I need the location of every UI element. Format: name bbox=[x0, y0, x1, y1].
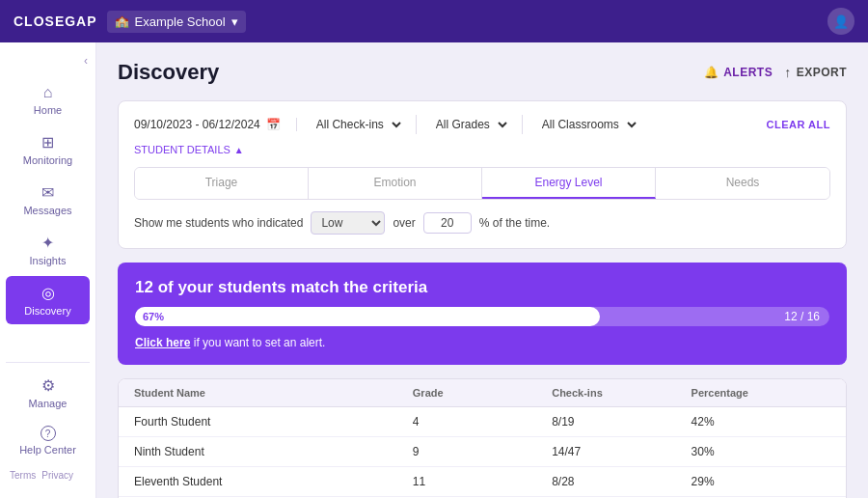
cell-percentage: 29% bbox=[692, 475, 830, 488]
cell-checkins: 14/47 bbox=[552, 445, 691, 458]
filter-divider-2 bbox=[522, 115, 523, 134]
export-button[interactable]: ↑ EXPORT bbox=[784, 65, 847, 80]
table-header: Student Name Grade Check-ins Percentage bbox=[119, 379, 846, 407]
criteria-percent-input[interactable] bbox=[423, 212, 472, 234]
checkin-type-filter[interactable]: All Check-ins bbox=[309, 117, 404, 132]
criteria-row: Show me students who indicated Low Mediu… bbox=[134, 211, 830, 235]
sidebar-item-label: Discovery bbox=[24, 305, 70, 317]
collapse-button[interactable]: ‹ bbox=[84, 54, 88, 68]
col-header-checkins: Check-ins bbox=[552, 387, 691, 399]
date-filter: 09/10/2023 - 06/12/2024 📅 bbox=[134, 118, 297, 131]
cell-grade: 4 bbox=[413, 415, 552, 429]
school-selector[interactable]: 🏫 Example School ▾ bbox=[107, 11, 246, 33]
sidebar-item-help[interactable]: ? Help Center bbox=[6, 418, 90, 463]
classroom-select[interactable]: All Classrooms bbox=[534, 117, 639, 132]
classroom-filter[interactable]: All Classrooms bbox=[534, 117, 639, 132]
sidebar-bottom: ⚙ Manage ? Help Center Terms Privacy bbox=[0, 356, 95, 498]
sidebar: ‹ ⌂ Home ⊞ Monitoring ✉ Messages ✦ Insig… bbox=[0, 42, 96, 498]
app-logo: CLOSEGAP bbox=[14, 14, 97, 29]
page-header: Discovery 🔔 ALERTS ↑ EXPORT bbox=[118, 60, 847, 85]
chevron-down-icon: ▾ bbox=[231, 14, 238, 29]
cell-grade: 11 bbox=[413, 475, 552, 488]
progress-bar-container: 67% 12 / 16 bbox=[135, 307, 829, 326]
sidebar-item-monitoring[interactable]: ⊞ Monitoring bbox=[6, 125, 90, 174]
tab-triage[interactable]: Triage bbox=[135, 168, 309, 199]
category-tabs: Triage Emotion Energy Level Needs bbox=[134, 167, 830, 200]
col-header-name: Student Name bbox=[134, 387, 413, 399]
app-body: ‹ ⌂ Home ⊞ Monitoring ✉ Messages ✦ Insig… bbox=[0, 42, 868, 498]
sidebar-item-label: Monitoring bbox=[23, 154, 72, 166]
sidebar-item-label: Help Center bbox=[19, 444, 76, 456]
filter-row: 09/10/2023 - 06/12/2024 📅 All Check-ins … bbox=[134, 115, 830, 134]
cell-grade: 9 bbox=[413, 445, 552, 458]
student-details-toggle[interactable]: STUDENT DETAILS ▲ bbox=[134, 144, 830, 155]
grade-filter[interactable]: All Grades bbox=[428, 117, 510, 132]
date-range-value: 09/10/2023 - 06/12/2024 bbox=[134, 118, 260, 131]
grade-select[interactable]: All Grades bbox=[428, 117, 510, 132]
criteria-over-label: over bbox=[393, 216, 415, 230]
criteria-suffix: % of the time. bbox=[479, 216, 550, 230]
results-table: Student Name Grade Check-ins Percentage … bbox=[118, 378, 847, 498]
top-nav-left: CLOSEGAP 🏫 Example School ▾ bbox=[14, 11, 246, 33]
cell-percentage: 30% bbox=[692, 445, 830, 458]
sidebar-item-insights[interactable]: ✦ Insights bbox=[6, 226, 90, 274]
table-body: Fourth Student 4 8/19 42% Ninth Student … bbox=[119, 407, 846, 498]
privacy-link[interactable]: Privacy bbox=[41, 470, 73, 481]
alert-link-text: Click here if you want to set an alert. bbox=[135, 336, 829, 349]
results-title: 12 of your students match the criteria bbox=[135, 278, 829, 297]
sidebar-item-label: Manage bbox=[29, 398, 68, 409]
insights-icon: ✦ bbox=[41, 234, 54, 252]
sidebar-collapse: ‹ bbox=[0, 50, 95, 75]
sidebar-item-label: Messages bbox=[23, 205, 71, 216]
progress-ratio: 12 / 16 bbox=[784, 310, 820, 323]
table-row: Ninth Student 9 14/47 30% bbox=[119, 437, 846, 467]
terms-link[interactable]: Terms bbox=[10, 470, 36, 481]
monitoring-icon: ⊞ bbox=[41, 133, 54, 152]
chevron-up-icon: ▲ bbox=[234, 145, 244, 155]
discovery-icon: ◎ bbox=[41, 284, 55, 302]
export-icon: ↑ bbox=[784, 65, 792, 80]
col-header-percentage: Percentage bbox=[692, 387, 830, 399]
help-icon: ? bbox=[41, 426, 56, 441]
main-content: Discovery 🔔 ALERTS ↑ EXPORT 09/10/2023 -… bbox=[96, 42, 868, 498]
sidebar-item-messages[interactable]: ✉ Messages bbox=[6, 176, 90, 224]
header-actions: 🔔 ALERTS ↑ EXPORT bbox=[704, 65, 847, 80]
user-icon: 👤 bbox=[833, 14, 849, 29]
criteria-prefix: Show me students who indicated bbox=[134, 216, 303, 230]
sidebar-item-home[interactable]: ⌂ Home bbox=[6, 76, 90, 124]
cell-name: Eleventh Student bbox=[134, 475, 413, 488]
table-row: Eleventh Student 11 8/28 29% bbox=[119, 467, 846, 497]
tab-needs[interactable]: Needs bbox=[656, 168, 829, 199]
progress-percent-label: 67% bbox=[143, 311, 164, 322]
cell-checkins: 8/28 bbox=[552, 475, 691, 488]
sidebar-item-discovery[interactable]: ◎ Discovery bbox=[6, 276, 90, 324]
sidebar-footer: Terms Privacy bbox=[0, 464, 95, 486]
manage-icon: ⚙ bbox=[41, 376, 55, 395]
cell-percentage: 42% bbox=[692, 415, 830, 429]
alert-suffix: if you want to set an alert. bbox=[190, 336, 325, 349]
clear-all-button[interactable]: CLEAR ALL bbox=[767, 119, 830, 130]
cell-name: Ninth Student bbox=[134, 445, 413, 458]
criteria-level-select[interactable]: Low Medium High bbox=[311, 211, 385, 235]
tab-energy-level[interactable]: Energy Level bbox=[482, 168, 656, 199]
checkin-select[interactable]: All Check-ins bbox=[309, 117, 404, 132]
messages-icon: ✉ bbox=[41, 183, 54, 202]
click-here-link[interactable]: Click here bbox=[135, 336, 190, 349]
sidebar-item-label: Insights bbox=[30, 255, 67, 266]
col-header-grade: Grade bbox=[413, 387, 552, 399]
filter-divider bbox=[416, 115, 417, 134]
cell-checkins: 8/19 bbox=[552, 415, 691, 429]
tab-emotion[interactable]: Emotion bbox=[309, 168, 482, 199]
sidebar-item-manage[interactable]: ⚙ Manage bbox=[6, 369, 90, 417]
calendar-icon: 📅 bbox=[266, 118, 281, 131]
page-title: Discovery bbox=[118, 60, 219, 85]
table-row: Fourth Student 4 8/19 42% bbox=[119, 407, 846, 437]
home-icon: ⌂ bbox=[43, 84, 53, 101]
alerts-button[interactable]: 🔔 ALERTS bbox=[704, 66, 773, 79]
user-avatar[interactable]: 👤 bbox=[827, 8, 854, 35]
school-name: Example School bbox=[135, 14, 226, 29]
bell-icon: 🔔 bbox=[704, 66, 719, 79]
student-details-label: STUDENT DETAILS bbox=[134, 144, 231, 155]
sidebar-divider bbox=[6, 362, 90, 363]
filter-panel: 09/10/2023 - 06/12/2024 📅 All Check-ins … bbox=[118, 100, 847, 249]
